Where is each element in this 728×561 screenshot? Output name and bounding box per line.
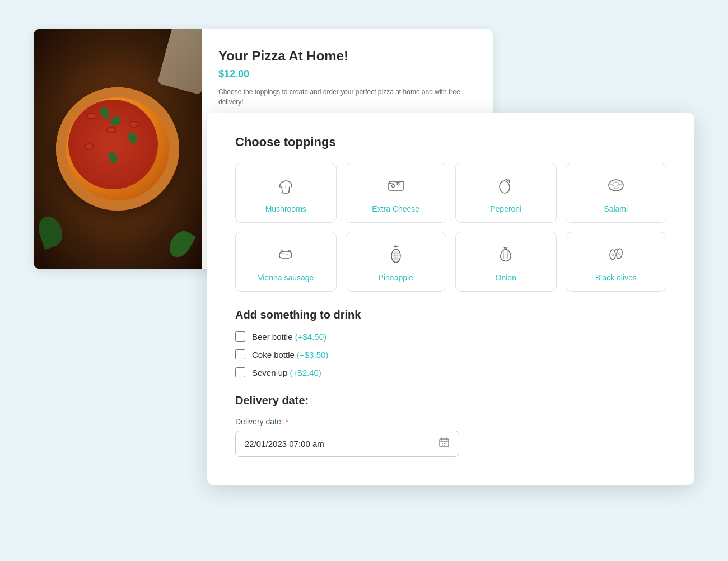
cloth-decoration xyxy=(157,29,202,95)
date-input-value: 22/01/2023 07:00 am xyxy=(245,439,438,448)
sevenup-checkbox[interactable] xyxy=(235,367,245,377)
topping-tomato-1 xyxy=(87,113,97,119)
topping-tomato-2 xyxy=(106,127,116,133)
topping-extra-cheese[interactable]: Extra Cheese xyxy=(346,163,447,223)
topping-tomato-4 xyxy=(129,121,139,128)
cheese-label: Extra Cheese xyxy=(372,204,419,213)
sevenup-name: Seven up xyxy=(252,368,287,377)
svg-point-6 xyxy=(610,250,615,260)
svg-point-11 xyxy=(442,443,443,444)
calendar-icon[interactable] xyxy=(438,437,450,451)
sausage-icon xyxy=(275,244,296,268)
sevenup-label[interactable]: Seven up (+$2.40) xyxy=(252,368,321,377)
beer-price: (+$4.50) xyxy=(295,332,326,342)
topping-black-olives[interactable]: Black olives xyxy=(566,232,667,292)
svg-point-1 xyxy=(397,183,399,185)
drink-section-title: Add something to drink xyxy=(235,308,666,321)
pizza-sauce xyxy=(68,100,158,189)
salami-label: Salami xyxy=(604,204,628,213)
basil-1 xyxy=(35,213,66,250)
pineapple-label: Pineapple xyxy=(379,273,413,282)
pizza-image-bg xyxy=(34,29,202,269)
coke-checkbox[interactable] xyxy=(235,349,245,359)
topping-tomato-3 xyxy=(84,143,94,150)
svg-point-14 xyxy=(442,445,443,446)
svg-point-0 xyxy=(391,185,394,188)
olives-icon xyxy=(605,244,627,268)
cheese-icon xyxy=(385,175,407,199)
drink-beer-item: Beer bottle (+$4.50) xyxy=(235,331,666,342)
svg-point-7 xyxy=(612,254,614,256)
svg-point-15 xyxy=(444,445,445,446)
delivery-section-title: Delivery date: xyxy=(235,394,666,407)
topping-vienna-sausage[interactable]: Vienna sausage xyxy=(235,232,337,292)
topping-onion[interactable]: Onion xyxy=(455,232,557,292)
page-wrapper: Your Pizza At Home! $12.00 Choose the to… xyxy=(34,29,694,532)
coke-price: (+$3.50) xyxy=(297,350,328,359)
onion-label: Onion xyxy=(496,273,516,282)
foreground-card: Choose toppings Mushrooms xyxy=(207,113,694,485)
mushrooms-label: Mushrooms xyxy=(265,204,306,213)
onion-icon xyxy=(495,244,516,268)
coke-label[interactable]: Coke bottle (+$3.50) xyxy=(252,350,328,359)
beer-name: Beer bottle xyxy=(252,332,293,342)
svg-point-3 xyxy=(609,180,623,191)
svg-point-4 xyxy=(613,182,619,189)
bg-description: Choose the toppings to create and order … xyxy=(218,87,476,107)
delivery-label-text: Delivery date: xyxy=(235,417,283,426)
topping-peperoni[interactable]: Peperoni xyxy=(455,163,557,223)
svg-point-13 xyxy=(445,443,446,444)
mushroom-icon xyxy=(275,175,296,199)
basil-2 xyxy=(165,227,196,261)
drink-sevenup-item: Seven up (+$2.40) xyxy=(235,367,666,377)
pepper-icon xyxy=(495,175,516,199)
svg-point-8 xyxy=(615,248,623,259)
sausage-label: Vienna sausage xyxy=(258,273,314,282)
svg-point-9 xyxy=(618,253,620,255)
beer-checkbox[interactable] xyxy=(235,331,245,342)
bg-product-title: Your Pizza At Home! xyxy=(218,48,476,64)
required-marker: * xyxy=(285,417,288,426)
pineapple-icon xyxy=(385,244,407,268)
date-input-wrapper[interactable]: 22/01/2023 07:00 am xyxy=(235,431,459,457)
topping-mushrooms[interactable]: Mushrooms xyxy=(235,163,337,223)
svg-point-12 xyxy=(444,443,445,444)
olives-label: Black olives xyxy=(595,273,637,282)
bg-price: $12.00 xyxy=(218,68,476,80)
peperoni-label: Peperoni xyxy=(490,204,521,213)
pizza-visual-bg xyxy=(34,29,202,269)
svg-point-2 xyxy=(498,180,511,194)
delivery-date-label: Delivery date: * xyxy=(235,417,666,426)
topping-pineapple[interactable]: Pineapple xyxy=(346,232,447,292)
coke-name: Coke bottle xyxy=(252,350,295,359)
salami-icon xyxy=(605,175,627,199)
toppings-grid: Mushrooms Extra Cheese xyxy=(235,163,666,292)
toppings-section-title: Choose toppings xyxy=(235,135,666,149)
beer-label[interactable]: Beer bottle (+$4.50) xyxy=(252,332,326,342)
topping-salami[interactable]: Salami xyxy=(566,163,667,223)
pizza-circle xyxy=(56,87,179,211)
sevenup-price: (+$2.40) xyxy=(290,368,321,377)
drink-coke-item: Coke bottle (+$3.50) xyxy=(235,349,666,359)
